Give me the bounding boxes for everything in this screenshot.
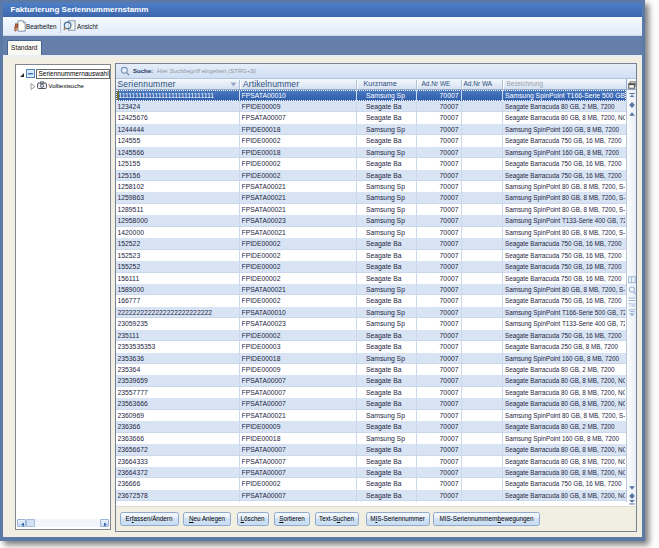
svg-text:TM: TM — [628, 302, 635, 307]
